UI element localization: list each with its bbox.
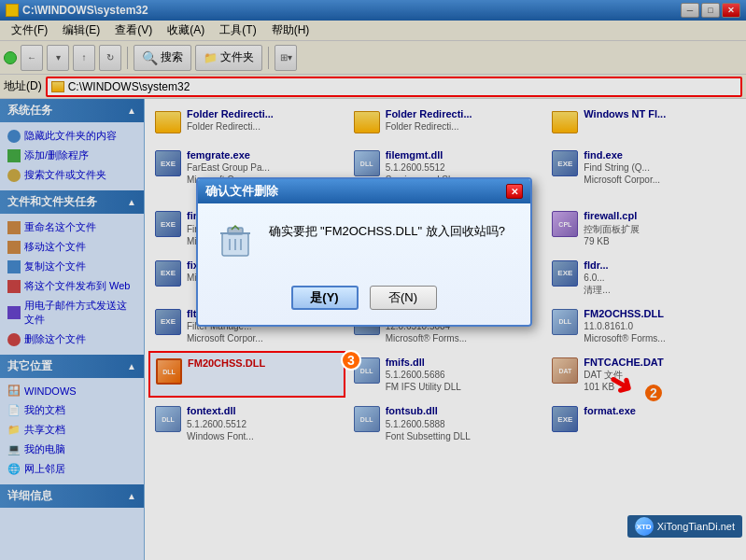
watermark-text: XiTongTianDi.net	[657, 521, 735, 532]
dialog-buttons: 是(Y) 否(N)	[198, 278, 530, 325]
no-label: 否(N)	[388, 289, 417, 306]
dialog-close-button[interactable]: ✕	[506, 184, 523, 199]
dialog-title: 确认文件删除	[205, 183, 278, 200]
dialog-message: 确实要把 "FM2OCHSS.DLL" 放入回收站吗?	[269, 218, 515, 241]
dialog-yes-button[interactable]: 是(Y)	[291, 286, 359, 310]
watermark-logo: XTD	[635, 517, 654, 536]
dialog-recycle-icon	[213, 218, 258, 263]
dialog-body: 确实要把 "FM2OCHSS.DLL" 放入回收站吗?	[198, 203, 530, 278]
dialog-message-text: 确实要把 "FM2OCHSS.DLL" 放入回收站吗?	[269, 224, 505, 238]
yes-label: 是(Y)	[310, 289, 338, 306]
badge-three: 3	[341, 350, 361, 371]
watermark: XTD XiTongTianDi.net	[627, 515, 742, 538]
confirm-dialog: 确认文件删除 ✕ 确实要把 "FM2OCHSS.DLL" 放入回收站吗?	[196, 177, 532, 327]
dialog-overlay: 确认文件删除 ✕ 确实要把 "FM2OCHSS.DLL" 放入回收站吗?	[0, 0, 746, 560]
dialog-no-button[interactable]: 否(N)	[370, 286, 437, 310]
dialog-title-bar: 确认文件删除 ✕	[198, 179, 530, 203]
